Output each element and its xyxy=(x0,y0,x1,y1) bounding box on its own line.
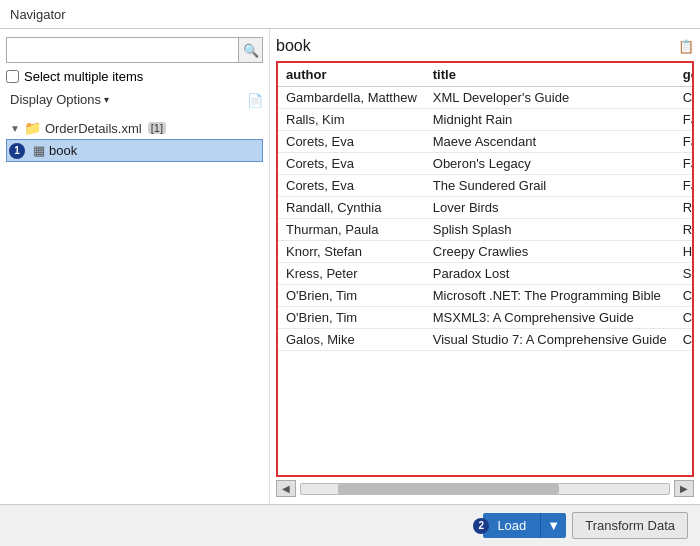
col-author: author xyxy=(278,63,425,87)
table-row[interactable]: Ralls, KimMidnight RainFantasy xyxy=(278,109,694,131)
expand-icon: ▼ xyxy=(10,123,20,134)
scrollbar-thumb[interactable] xyxy=(338,484,559,494)
search-button[interactable]: 🔍 xyxy=(238,38,262,62)
file-new-icon: 📄 xyxy=(247,93,263,108)
scrollbar-track[interactable] xyxy=(300,483,670,495)
new-file-button[interactable]: 📄 xyxy=(247,92,263,108)
cell-genre: Horror xyxy=(675,241,694,263)
right-title: book xyxy=(276,37,311,55)
table-row[interactable]: Gambardella, MatthewXML Developer's Guid… xyxy=(278,87,694,109)
scroll-right-button[interactable]: ▶ xyxy=(674,480,694,497)
cell-title: Maeve Ascendant xyxy=(425,131,675,153)
top-bar: Navigator xyxy=(0,0,700,29)
cell-author: Corets, Eva xyxy=(278,153,425,175)
load-dropdown-button[interactable]: ▼ xyxy=(540,513,566,538)
cell-title: Splish Splash xyxy=(425,219,675,241)
scroll-left-button[interactable]: ◀ xyxy=(276,480,296,497)
search-icon: 🔍 xyxy=(243,43,259,58)
bottom-bar: 2 Load ▼ Transform Data xyxy=(0,504,700,546)
cell-title: Lover Birds xyxy=(425,197,675,219)
folder-badge: [1] xyxy=(148,122,166,134)
table-row[interactable]: Corets, EvaOberon's LegacyFantasy xyxy=(278,153,694,175)
search-input[interactable] xyxy=(7,40,238,61)
tree-area: ▼ 📁 OrderDetails.xml [1] 1 ▦ book xyxy=(6,117,263,496)
cell-title: Microsoft .NET: The Programming Bible xyxy=(425,285,675,307)
right-header: book 📋 xyxy=(276,37,694,55)
display-options-row: Display Options ▾ 📄 xyxy=(6,90,263,109)
transform-label: Transform Data xyxy=(585,518,675,533)
search-box: 🔍 xyxy=(6,37,263,63)
data-table-container: author title genre Gambardella, MatthewX… xyxy=(276,61,694,477)
select-multiple-row: Select multiple items xyxy=(6,69,263,84)
load-number-badge: 2 xyxy=(473,518,489,534)
display-options-button[interactable]: Display Options ▾ xyxy=(6,90,113,109)
cell-genre: Romance xyxy=(675,219,694,241)
cell-title: Paradox Lost xyxy=(425,263,675,285)
table-row[interactable]: Corets, EvaThe Sundered GrailFantasy xyxy=(278,175,694,197)
load-button[interactable]: 2 Load xyxy=(483,513,540,538)
cell-title: Creepy Crawlies xyxy=(425,241,675,263)
left-panel: 🔍 Select multiple items Display Options … xyxy=(0,29,270,504)
cell-author: O'Brien, Tim xyxy=(278,285,425,307)
select-multiple-label: Select multiple items xyxy=(24,69,143,84)
copy-button[interactable]: 📋 xyxy=(678,38,694,54)
chevron-down-icon: ▾ xyxy=(104,94,109,105)
cell-genre: Fantasy xyxy=(675,131,694,153)
load-button-group: 2 Load ▼ xyxy=(483,513,566,538)
table-icon: ▦ xyxy=(33,143,45,158)
table-row[interactable]: Galos, MikeVisual Studio 7: A Comprehens… xyxy=(278,329,694,351)
tree-table-item[interactable]: 1 ▦ book xyxy=(6,139,263,162)
cell-title: Oberon's Legacy xyxy=(425,153,675,175)
cell-genre: Romance xyxy=(675,197,694,219)
cell-author: Thurman, Paula xyxy=(278,219,425,241)
cell-genre: Computer xyxy=(675,285,694,307)
tree-item-number: 1 xyxy=(9,143,25,159)
table-row[interactable]: Knorr, StefanCreepy CrawliesHorror xyxy=(278,241,694,263)
cell-genre: Fantasy xyxy=(675,153,694,175)
col-title: title xyxy=(425,63,675,87)
cell-title: Midnight Rain xyxy=(425,109,675,131)
table-row[interactable]: O'Brien, TimMSXML3: A Comprehensive Guid… xyxy=(278,307,694,329)
cell-genre: Fantasy xyxy=(675,109,694,131)
table-row[interactable]: Thurman, PaulaSplish SplashRomance xyxy=(278,219,694,241)
copy-icon: 📋 xyxy=(678,39,694,54)
col-genre: genre xyxy=(675,63,694,87)
cell-author: Gambardella, Matthew xyxy=(278,87,425,109)
table-row[interactable]: O'Brien, TimMicrosoft .NET: The Programm… xyxy=(278,285,694,307)
select-multiple-checkbox[interactable] xyxy=(6,70,19,83)
cell-genre: Computer xyxy=(675,307,694,329)
load-dropdown-icon: ▼ xyxy=(547,518,560,533)
cell-author: Knorr, Stefan xyxy=(278,241,425,263)
main-area: 🔍 Select multiple items Display Options … xyxy=(0,29,700,504)
cell-author: Ralls, Kim xyxy=(278,109,425,131)
folder-icon: 📁 xyxy=(24,120,41,136)
table-row[interactable]: Corets, EvaMaeve AscendantFantasy xyxy=(278,131,694,153)
cell-author: O'Brien, Tim xyxy=(278,307,425,329)
horizontal-scrollbar: ◀ ▶ xyxy=(276,477,694,500)
cell-title: MSXML3: A Comprehensive Guide xyxy=(425,307,675,329)
right-panel: book 📋 author title genre Gambardella, M… xyxy=(270,29,700,504)
data-table: author title genre Gambardella, MatthewX… xyxy=(278,63,694,351)
cell-author: Randall, Cynthia xyxy=(278,197,425,219)
folder-label: OrderDetails.xml xyxy=(45,121,142,136)
table-row[interactable]: Randall, CynthiaLover BirdsRomance xyxy=(278,197,694,219)
cell-title: Visual Studio 7: A Comprehensive Guide xyxy=(425,329,675,351)
tree-folder-item[interactable]: ▼ 📁 OrderDetails.xml [1] xyxy=(6,117,263,139)
transform-data-button[interactable]: Transform Data xyxy=(572,512,688,539)
cell-author: Kress, Peter xyxy=(278,263,425,285)
cell-title: The Sundered Grail xyxy=(425,175,675,197)
cell-author: Corets, Eva xyxy=(278,175,425,197)
cell-author: Galos, Mike xyxy=(278,329,425,351)
cell-author: Corets, Eva xyxy=(278,131,425,153)
table-row[interactable]: Kress, PeterParadox LostScience Fiction xyxy=(278,263,694,285)
cell-genre: Fantasy xyxy=(675,175,694,197)
cell-genre: Computer xyxy=(675,329,694,351)
display-options-label: Display Options xyxy=(10,92,101,107)
load-label: Load xyxy=(497,518,526,533)
cell-genre: Computer xyxy=(675,87,694,109)
app-title: Navigator xyxy=(10,7,66,22)
cell-title: XML Developer's Guide xyxy=(425,87,675,109)
table-label: book xyxy=(49,143,77,158)
cell-genre: Science Fiction xyxy=(675,263,694,285)
